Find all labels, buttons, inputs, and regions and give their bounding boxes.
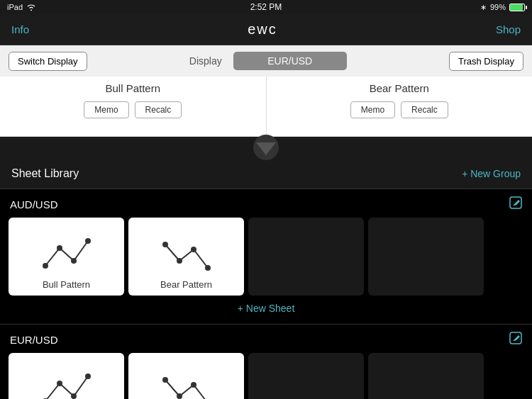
bull-pattern-title: Bull Pattern: [105, 82, 160, 94]
switch-display-button[interactable]: Switch Display: [9, 52, 87, 71]
status-time: 2:52 PM: [250, 2, 282, 12]
group-name-eur-usd: EUR/USD: [10, 334, 58, 346]
wifi-icon: [26, 4, 36, 11]
sheet-card-aud-usd-0[interactable]: Bull Pattern: [9, 218, 124, 296]
display-label: Display: [189, 55, 222, 67]
sheet-grid-eur-usd: Bull Pattern Bear Pattern: [0, 353, 532, 399]
carrier-label: iPad: [7, 3, 23, 11]
new-group-button[interactable]: + New Group: [462, 168, 521, 179]
edit-icon-eur-usd[interactable]: [509, 332, 522, 347]
sheet-card-label-aud-usd-1: Bear Pattern: [160, 279, 212, 290]
sheet-content: AUD/USD Bull Pattern Bear Pattern+ New S…: [0, 189, 532, 399]
bear-pattern-title: Bear Pattern: [370, 82, 429, 94]
sheet-card-eur-usd-0[interactable]: Bull Pattern: [9, 353, 124, 399]
arrow-circle: [253, 135, 279, 160]
sheet-library-title: Sheet Library: [11, 167, 79, 180]
battery-percent: 99%: [490, 3, 506, 11]
group-header-aud-usd: AUD/USD: [0, 189, 532, 218]
sheet-card-eur-usd-1[interactable]: Bear Pattern: [128, 353, 244, 399]
sheet-card-label-aud-usd-0: Bull Pattern: [43, 279, 90, 290]
bear-recalc-button[interactable]: Recalc: [401, 101, 448, 118]
nav-bar: Info ewc Shop: [0, 14, 532, 45]
group-section-aud-usd: AUD/USD Bull Pattern Bear Pattern+ New S…: [0, 189, 532, 325]
shop-link[interactable]: Shop: [496, 23, 521, 35]
status-bar: iPad 2:52 PM ∗ 99%: [0, 0, 532, 14]
group-section-eur-usd: EUR/USD Bull Pattern Bear Pattern: [0, 325, 532, 399]
display-value: EUR/USD: [233, 52, 347, 70]
trash-display-button[interactable]: Trash Display: [449, 52, 523, 71]
app-title: ewc: [248, 21, 277, 38]
sheet-card-empty-aud-usd-0[interactable]: [248, 218, 364, 296]
bear-pattern-col: Bear Pattern Memo Recalc: [267, 77, 533, 136]
sheet-card-empty-aud-usd-1[interactable]: [368, 218, 484, 296]
sheet-grid-aud-usd: Bull Pattern Bear Pattern: [0, 218, 532, 296]
arrow-divider: [0, 137, 532, 158]
arrow-down-icon: [256, 142, 276, 155]
bull-recalc-button[interactable]: Recalc: [135, 101, 182, 118]
bull-memo-button[interactable]: Memo: [84, 101, 128, 118]
bear-memo-button[interactable]: Memo: [350, 101, 395, 118]
new-sheet-row-aud-usd: + New Sheet: [0, 296, 532, 318]
sheet-library-header: Sheet Library + New Group: [0, 158, 532, 189]
toolbar: Switch Display Display EUR/USD Trash Dis…: [0, 45, 532, 77]
sheet-card-empty-eur-usd-0[interactable]: [248, 353, 364, 399]
sheet-card-aud-usd-1[interactable]: Bear Pattern: [128, 218, 244, 296]
group-name-aud-usd: AUD/USD: [10, 198, 58, 210]
battery-icon: [509, 4, 525, 11]
sheet-card-empty-eur-usd-1[interactable]: [368, 353, 484, 399]
group-header-eur-usd: EUR/USD: [0, 325, 532, 353]
bull-pattern-col: Bull Pattern Memo Recalc: [0, 77, 267, 136]
info-link[interactable]: Info: [11, 23, 29, 35]
bluetooth-label: ∗: [480, 3, 487, 12]
pattern-section: Bull Pattern Memo Recalc Bear Pattern Me…: [0, 77, 532, 137]
edit-icon-aud-usd[interactable]: [509, 196, 522, 212]
new-sheet-button-aud-usd[interactable]: + New Sheet: [238, 303, 295, 314]
